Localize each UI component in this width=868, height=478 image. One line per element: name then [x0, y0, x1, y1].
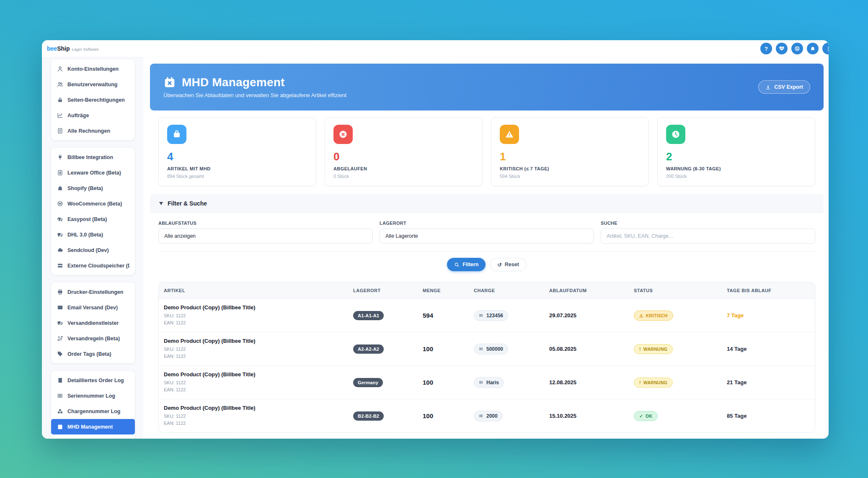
table-row[interactable]: Demo Product (Copy) (Billbee Title) SKU:…: [159, 365, 815, 399]
article-title: Demo Product (Copy) (Billbee Title): [164, 338, 343, 344]
sidebar-item-order-tags[interactable]: Order Tags (Beta): [51, 346, 135, 362]
filter-title: Filter & Suche: [168, 200, 207, 207]
ablaufstatus-select[interactable]: Alle anzeigen: [158, 229, 373, 244]
stat-label: ABGELAUFEN: [333, 166, 474, 171]
boxes-icon: [57, 408, 63, 415]
more-button[interactable]: ⋮: [822, 43, 829, 54]
expiry-date: 12.08.2025: [544, 374, 629, 391]
sidebar-item-versandregeln[interactable]: Versandregeln (Beta): [51, 331, 135, 346]
sidebar-item-billbee-integration[interactable]: Billbee Integration: [51, 149, 135, 165]
lagerort-select[interactable]: Alle Lagerorte: [380, 229, 594, 244]
x-circle-icon: [333, 125, 353, 144]
sidebar-group-logs: Detailliertes Order Log Seriennummer Log…: [51, 371, 135, 439]
heart-pulse-icon: [779, 46, 785, 51]
expiry-date: 29.07.2025: [544, 307, 629, 324]
exclamation-icon: !: [639, 347, 641, 352]
exclamation-icon: !: [639, 380, 641, 385]
article-title: Demo Product (Copy) (Billbee Title): [164, 405, 343, 411]
article-title: Demo Product (Copy) (Billbee Title): [164, 371, 343, 378]
article-sku: SKU: 1122: [164, 380, 186, 385]
table-row[interactable]: Demo Product (Copy) (Billbee Title) SKU:…: [159, 332, 815, 365]
col-menge: MENGE: [418, 283, 469, 298]
article-ean: EAN: 1122: [164, 320, 186, 325]
sidebar-item-woocommerce[interactable]: WooCommerce (Beta): [51, 196, 135, 211]
status-badge: !WARNUNG: [634, 344, 673, 354]
chart-line-icon: [57, 112, 63, 119]
expiry-date: 15.10.2025: [544, 407, 629, 424]
sidebar-item-sendcloud[interactable]: Sendcloud (Dev): [51, 242, 135, 258]
sidebar-item-auftraege[interactable]: Aufträge: [51, 108, 135, 123]
days-until-expiry: 21 Tage: [722, 374, 815, 391]
app-window: bee Ship Lager Software ? ⋮ Konto-Ein: [42, 40, 829, 439]
charge-badge: 500000: [474, 344, 508, 355]
download-icon: [765, 85, 771, 90]
sidebar-item-lexware-office[interactable]: Lexware Office (Beta): [51, 165, 135, 180]
article-title: Demo Product (Copy) (Billbee Title): [164, 304, 343, 311]
days-until-expiry: 7 Tage: [722, 307, 815, 324]
user-icon: [57, 66, 63, 72]
quantity: 100: [418, 407, 469, 425]
article-ean: EAN: 1122: [164, 421, 186, 426]
sidebar-item-email-versand[interactable]: Email Versand (Dev): [51, 300, 135, 315]
support-button[interactable]: [791, 43, 803, 54]
charge-badge: 2000: [474, 411, 503, 421]
lagerort-label: LAGERORT: [380, 221, 594, 226]
days-until-expiry: 14 Tage: [722, 340, 815, 357]
book-icon: [57, 377, 63, 384]
page-title: MHD Management: [182, 76, 285, 89]
article-ean: EAN: 1122: [164, 387, 186, 392]
help-button[interactable]: ?: [760, 43, 772, 54]
expiry-date: 05.08.2025: [544, 340, 629, 357]
reset-button[interactable]: ↺ Reset: [490, 258, 527, 271]
sidebar-item-dhl[interactable]: DHL 3.0 (Beta): [51, 227, 135, 242]
csv-export-button[interactable]: CSV Export: [758, 80, 810, 94]
charge-badge: 123456: [474, 310, 508, 321]
sidebar-item-drucker-einstellungen[interactable]: Drucker-Einstellungen: [51, 284, 135, 300]
sidebar-item-seriennummer-log[interactable]: Seriennummer Log: [51, 388, 135, 403]
sidebar-item-konto-einstellungen[interactable]: Konto-Einstellungen: [51, 61, 135, 77]
sidebar-item-benutzerverwaltung[interactable]: Benutzerverwaltung: [51, 77, 135, 92]
sidebar: Konto-Einstellungen Benutzerverwaltung S…: [42, 57, 143, 439]
search-input[interactable]: [601, 229, 815, 244]
location-badge: A1-A1-A1: [353, 311, 384, 320]
table-row[interactable]: Demo Product (Copy) (Billbee Title) SKU:…: [159, 399, 815, 432]
warning-triangle-icon: ⚠: [639, 313, 643, 318]
woocommerce-icon: [57, 200, 63, 207]
sidebar-item-easypost[interactable]: Easypost (Beta): [51, 211, 135, 227]
charge-badge: Haris: [474, 377, 504, 388]
stat-sublabel: 200 Stück: [666, 174, 806, 179]
brand-ship: Ship: [57, 45, 70, 52]
filter-fields: ABLAUFSTATUS Alle anzeigen LAGERORT Alle…: [150, 213, 824, 250]
truck-fast-icon: [57, 216, 63, 223]
sidebar-item-externe-cloudspeicher[interactable]: Externe Cloudspeicher (Dev): [51, 258, 135, 273]
stat-label: ARTIKEL MIT MHD: [167, 166, 307, 171]
cloud-icon: [57, 247, 63, 254]
stat-label: WARNUNG (8-30 TAGE): [666, 166, 806, 171]
lock-icon: [57, 97, 63, 103]
mhd-table: ARTIKEL LAGERORT MENGE CHARGE ABLAUFDATU…: [158, 282, 815, 433]
file-dollar-icon: [57, 170, 63, 176]
sidebar-item-seiten-berechtigungen[interactable]: Seiten-Berechtigungen: [51, 92, 135, 108]
sidebar-item-versanddienstleister[interactable]: Versanddienstleister: [51, 315, 135, 331]
health-button[interactable]: [776, 43, 788, 54]
sidebar-item-chargennummer-log[interactable]: Chargennummer Log: [51, 403, 135, 419]
stat-card-artikel-mit-mhd: 4 ARTIKEL MIT MHD 894 Stück gesamt: [158, 117, 316, 186]
sidebar-item-detailliertes-order-log[interactable]: Detailliertes Order Log: [51, 373, 135, 388]
ellipsis-icon: ⋮: [826, 46, 829, 52]
mail-icon: [57, 304, 63, 311]
sidebar-item-alle-rechnungen[interactable]: Alle Rechnungen: [51, 123, 135, 139]
col-status: STATUS: [629, 283, 722, 298]
barcode-icon: [479, 414, 483, 418]
stat-value: 1: [500, 150, 640, 163]
article-sku: SKU: 1122: [164, 414, 186, 419]
sidebar-item-mhd-management[interactable]: MHD Management: [51, 419, 135, 434]
sidebar-item-shopify[interactable]: Shopify (Beta): [51, 180, 135, 196]
stat-sublabel: 0 Stück: [333, 174, 474, 179]
article-sku: SKU: 1122: [164, 313, 186, 318]
table-row[interactable]: Demo Product (Copy) (Billbee Title) SKU:…: [159, 298, 815, 332]
sidebar-item-wareneingang-log[interactable]: Wareneingang Log: [51, 434, 135, 439]
notifications-button[interactable]: [807, 43, 819, 54]
plug-icon: [57, 154, 63, 161]
status-badge: ✓OK: [634, 411, 658, 421]
filtern-button[interactable]: Filtern: [447, 258, 486, 271]
